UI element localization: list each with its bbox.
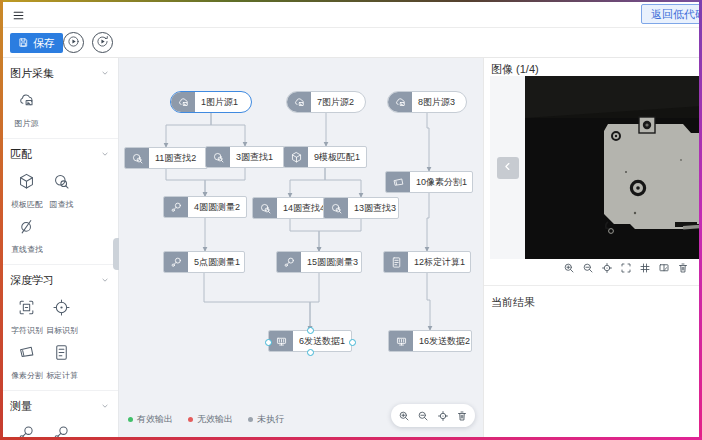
image-viewer [490, 76, 702, 259]
tool-字符识别[interactable]: 字符识别 [10, 298, 43, 335]
image-source-icon [388, 92, 412, 112]
selection-handle[interactable] [307, 349, 314, 356]
node-n13[interactable]: 13圆查找3 [323, 197, 399, 219]
node-label: 4圆圆测量2 [188, 201, 244, 214]
save-button[interactable]: 保存 [10, 33, 63, 53]
run-continuous-button[interactable] [92, 32, 113, 53]
node-label: 9模板匹配1 [308, 151, 364, 164]
tool-目标识别[interactable]: 目标识别 [45, 298, 78, 335]
selection-handle[interactable] [307, 327, 314, 334]
zoom-in-icon[interactable] [563, 262, 575, 274]
legend-item: 有效输出 [128, 413, 173, 426]
node-n8[interactable]: 8图片源3 [387, 91, 467, 113]
legend-dot [248, 417, 253, 422]
right-panel: 图像 (1/4) 当前结果 [483, 58, 702, 440]
sidebar-section-header[interactable]: 测量 [10, 396, 110, 416]
node-n7[interactable]: 7图片源2 [286, 91, 366, 113]
grid-icon[interactable] [639, 262, 651, 274]
pixel-segment-icon [386, 172, 410, 192]
tool-圆查找[interactable]: 圆查找 [45, 172, 78, 209]
zoom-out-icon[interactable] [582, 262, 594, 274]
node-n1[interactable]: 1图片源1 [170, 91, 252, 113]
node-label: 13圆查找3 [348, 202, 398, 215]
target-icon [52, 298, 71, 321]
template-match-icon [284, 147, 308, 167]
back-to-lowcode-button[interactable]: 返回低代码 [641, 4, 702, 24]
node-n14[interactable]: 14圆查找4 [252, 197, 328, 219]
measure-icon [17, 424, 36, 440]
legend-item: 无效输出 [188, 413, 233, 426]
trash-icon[interactable] [456, 410, 468, 422]
menu-icon[interactable] [12, 8, 26, 20]
current-result-title: 当前结果 [491, 295, 535, 310]
tool-点圆测量[interactable]: 点圆测量 [45, 424, 78, 440]
node-n9[interactable]: 9模板匹配1 [283, 146, 367, 168]
node-label: 7图片源2 [311, 96, 358, 109]
chevron-down-icon [100, 397, 110, 415]
node-n10[interactable]: 10像素分割1 [385, 171, 473, 193]
sidebar: 图片采集图片源匹配模板匹配圆查找直线查找深度学习字符识别目标识别像素分割标定计算… [0, 58, 119, 440]
image-panel-title: 图像 (1/4) [491, 62, 539, 77]
tool-图片源[interactable]: 图片源 [10, 91, 43, 128]
fullscreen-icon[interactable] [620, 262, 632, 274]
calibration-icon [384, 252, 408, 272]
node-label: 3圆查找1 [230, 151, 277, 164]
flow-edges [119, 58, 483, 440]
image-source-icon [287, 92, 311, 112]
measure-icon [52, 424, 71, 440]
panel-divider [484, 285, 702, 286]
locate-icon[interactable] [601, 262, 613, 274]
node-n4[interactable]: 4圆圆测量2 [163, 196, 247, 218]
node-label: 12标定计算1 [408, 256, 469, 269]
calibration-icon [52, 343, 71, 366]
canvas-zoom-toolbar [391, 404, 475, 427]
previous-image-button[interactable] [497, 157, 519, 179]
circle-find-icon [324, 198, 348, 218]
image-compare-icon[interactable] [658, 262, 670, 274]
flow-canvas[interactable]: 有效输出无效输出未执行 1图片源17图片源28图片源311圆查找23圆查找19模… [119, 58, 483, 440]
node-n12[interactable]: 12标定计算1 [383, 251, 471, 273]
send-data-icon [389, 331, 413, 351]
tool-模板匹配[interactable]: 模板匹配 [10, 172, 43, 209]
save-label: 保存 [33, 36, 55, 51]
tool-圆圆测量[interactable]: 圆圆测量 [10, 424, 43, 440]
node-n3[interactable]: 3圆查找1 [205, 146, 285, 168]
measure-icon [277, 252, 301, 272]
sidebar-section-header[interactable]: 深度学习 [10, 270, 110, 290]
tool-像素分割[interactable]: 像素分割 [10, 343, 43, 380]
circle-find-icon [206, 147, 230, 167]
locate-icon[interactable] [437, 410, 449, 422]
send-data-icon [269, 331, 293, 351]
tool-直线查找[interactable]: 直线查找 [10, 217, 43, 254]
node-n11[interactable]: 11圆查找2 [124, 147, 208, 169]
status-legend: 有效输出无效输出未执行 [128, 413, 284, 426]
node-label: 11圆查找2 [149, 152, 200, 165]
sidebar-collapse-handle[interactable] [113, 238, 119, 270]
template-match-icon [17, 172, 36, 195]
circle-find-icon [52, 172, 71, 195]
play-icon [67, 35, 80, 51]
node-n16[interactable]: 16发送数据2 [388, 330, 472, 352]
sidebar-section-header[interactable]: 图片采集 [10, 63, 110, 83]
zoom-out-icon[interactable] [417, 410, 429, 422]
trash-icon[interactable] [677, 262, 689, 274]
node-label: 16发送数据2 [413, 335, 471, 348]
node-label: 5点圆测量1 [188, 256, 244, 269]
legend-dot [188, 417, 193, 422]
node-label: 14圆查找4 [277, 202, 327, 215]
inspection-image [525, 76, 702, 259]
line-find-icon [17, 217, 36, 240]
sidebar-section-header[interactable]: 匹配 [10, 144, 110, 164]
tool-标定计算[interactable]: 标定计算 [45, 343, 78, 380]
image-source-icon [17, 91, 36, 114]
node-n6[interactable]: 6发送数据1 [268, 330, 352, 352]
run-once-button[interactable] [63, 32, 84, 53]
node-n5[interactable]: 5点圆测量1 [163, 251, 245, 273]
zoom-in-icon[interactable] [398, 410, 410, 422]
ocr-icon [17, 298, 36, 321]
replay-icon [96, 35, 109, 51]
selection-handle[interactable] [349, 339, 356, 346]
node-label: 15圆圆测量3 [301, 256, 361, 269]
node-n15[interactable]: 15圆圆测量3 [276, 251, 362, 273]
selection-handle[interactable] [265, 339, 272, 346]
